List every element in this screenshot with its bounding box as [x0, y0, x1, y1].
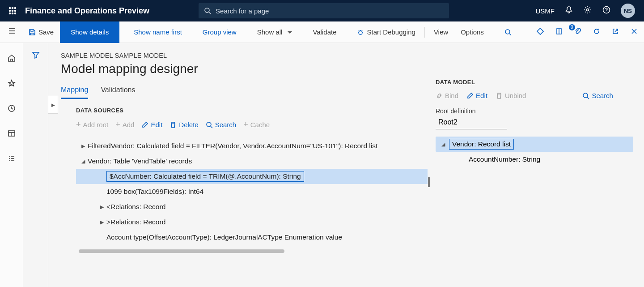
- group-view-button[interactable]: Group view: [196, 24, 243, 40]
- ds-row-vendor[interactable]: ◢Vendor: Table 'VendTable' records: [76, 154, 428, 169]
- breadcrumb: SAMPLE MODEL SAMPLE MODEL: [61, 52, 428, 59]
- ds-row-filteredvendor[interactable]: ▶FilteredVendor: Calculated field = FILT…: [76, 138, 428, 154]
- svg-point-4: [12, 10, 13, 12]
- tab-mapping[interactable]: Mapping: [61, 86, 88, 99]
- caret-right-icon[interactable]: ▶: [97, 219, 106, 225]
- tab-validations[interactable]: Validations: [101, 86, 135, 99]
- svg-point-0: [9, 8, 11, 9]
- ds-row-1099box[interactable]: 1099 box(Tax1099Fields): Int64: [76, 184, 428, 199]
- svg-point-39: [583, 93, 588, 98]
- validate-button[interactable]: Validate: [306, 24, 343, 40]
- ds-row-relations-in[interactable]: ▶<Relations: Record: [76, 199, 428, 214]
- company-code[interactable]: USMF: [536, 7, 555, 15]
- app-launcher[interactable]: [4, 7, 21, 15]
- refresh-icon[interactable]: [590, 25, 603, 39]
- delete-button[interactable]: Delete: [169, 121, 198, 129]
- svg-point-9: [205, 8, 209, 13]
- edit-button[interactable]: Edit: [141, 121, 162, 129]
- dm-row-vendor[interactable]: ◢Vendor: Record list: [436, 137, 633, 152]
- svg-point-37: [207, 122, 211, 127]
- ds-horizontal-scrollbar[interactable]: [79, 249, 284, 253]
- svg-line-23: [509, 34, 511, 35]
- svg-line-10: [209, 12, 211, 14]
- popout-icon[interactable]: [609, 25, 622, 39]
- caret-down-icon[interactable]: ◢: [437, 141, 449, 147]
- ds-row-relations-out[interactable]: ▶>Relations: Record: [76, 214, 428, 230]
- attachments-icon[interactable]: 0: [572, 25, 584, 39]
- options-menu[interactable]: Options: [454, 24, 490, 40]
- star-icon[interactable]: [4, 76, 19, 90]
- save-label: Save: [38, 28, 54, 36]
- svg-point-11: [587, 9, 589, 11]
- add-root-button[interactable]: +Add root: [76, 120, 108, 129]
- svg-line-21: [362, 30, 363, 31]
- diamond-icon[interactable]: [534, 25, 547, 39]
- caret-down-icon[interactable]: ◢: [79, 158, 88, 164]
- show-all-dropdown[interactable]: Show all: [251, 24, 299, 40]
- view-menu[interactable]: View: [428, 24, 454, 40]
- svg-point-5: [15, 10, 16, 12]
- start-debugging-button[interactable]: Start Debugging: [351, 24, 421, 40]
- page-title: Model mapping designer: [61, 62, 428, 76]
- cache-button[interactable]: +Cache: [243, 120, 270, 129]
- add-button[interactable]: +Add: [115, 120, 134, 129]
- recent-icon[interactable]: [4, 101, 19, 116]
- unbind-button[interactable]: Unbind: [496, 92, 526, 99]
- close-icon[interactable]: [628, 25, 640, 39]
- app-title: Finance and Operations Preview: [25, 6, 149, 16]
- svg-line-20: [359, 30, 360, 31]
- ds-search-button[interactable]: Search: [206, 121, 237, 129]
- global-search[interactable]: [199, 3, 449, 18]
- svg-point-7: [12, 13, 13, 14]
- book-icon[interactable]: [553, 25, 565, 39]
- svg-point-16: [359, 31, 362, 34]
- attachments-badge: 0: [569, 24, 575, 30]
- collapse-ds-types-handle[interactable]: ▶: [48, 96, 58, 114]
- svg-point-6: [9, 13, 11, 14]
- home-icon[interactable]: [4, 51, 19, 65]
- global-search-input[interactable]: [216, 7, 444, 15]
- root-definition-label: Root definition: [436, 107, 633, 115]
- caret-right-icon[interactable]: ▶: [79, 143, 88, 149]
- user-avatar[interactable]: NS: [621, 4, 635, 18]
- filter-icon[interactable]: [32, 51, 40, 287]
- dm-row-accountnumber[interactable]: AccountNumber: String: [436, 152, 633, 167]
- ds-title: DATA SOURCES: [76, 107, 428, 114]
- svg-point-3: [9, 10, 11, 12]
- save-button[interactable]: Save: [22, 24, 60, 40]
- ds-row-accounttype[interactable]: Account type(OffsetAccountType): LedgerJ…: [76, 230, 428, 245]
- dm-edit-button[interactable]: Edit: [466, 92, 487, 99]
- help-icon[interactable]: [602, 6, 611, 16]
- dm-search-button[interactable]: Search: [582, 92, 613, 99]
- bell-icon[interactable]: [564, 6, 573, 16]
- ds-row-accnumber[interactable]: $AccNumber: Calculated field = TRIM(@.Ac…: [76, 169, 428, 184]
- caret-right-icon[interactable]: ▶: [97, 204, 106, 210]
- workspaces-icon[interactable]: [4, 126, 19, 141]
- dm-title: DATA MODEL: [436, 79, 633, 86]
- hamburger-icon[interactable]: [2, 27, 22, 37]
- svg-point-8: [15, 13, 16, 14]
- svg-rect-24: [537, 28, 543, 34]
- svg-line-40: [587, 97, 589, 99]
- svg-point-22: [505, 30, 510, 34]
- root-definition-value[interactable]: Root2: [436, 116, 507, 129]
- bind-button[interactable]: Bind: [436, 92, 458, 99]
- svg-line-38: [211, 126, 212, 128]
- find-button[interactable]: [498, 24, 518, 40]
- svg-point-1: [12, 8, 13, 9]
- gear-icon[interactable]: [583, 6, 592, 16]
- show-name-first-button[interactable]: Show name first: [127, 24, 188, 40]
- modules-icon[interactable]: [4, 151, 19, 166]
- show-details-button[interactable]: Show details: [60, 21, 119, 43]
- svg-rect-28: [8, 131, 15, 136]
- svg-point-2: [15, 8, 16, 9]
